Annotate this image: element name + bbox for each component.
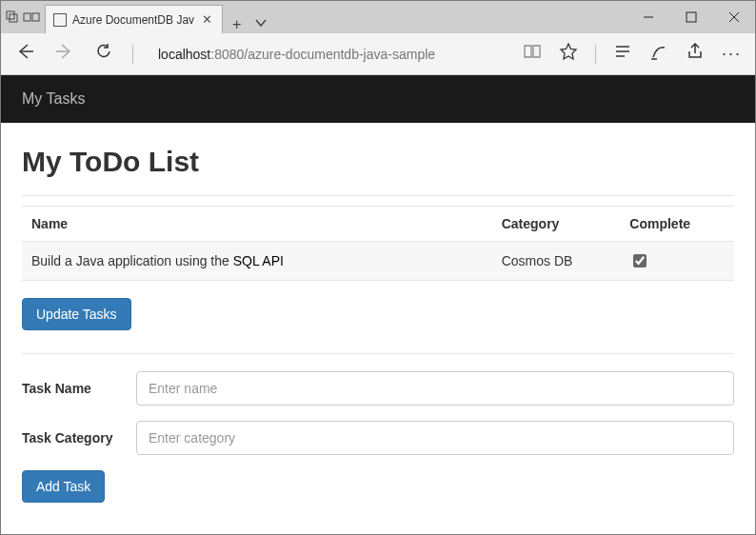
task-category-label: Task Category — [22, 429, 136, 446]
divider — [595, 45, 596, 64]
flip-windows-icon[interactable] — [22, 10, 41, 25]
task-name-input[interactable] — [136, 371, 734, 406]
cascade-windows-icon[interactable] — [5, 10, 20, 25]
favicon-icon — [53, 13, 67, 27]
svg-rect-3 — [32, 13, 39, 21]
complete-checkbox[interactable] — [633, 254, 647, 268]
url-host: localhost — [158, 47, 210, 62]
add-task-button[interactable]: Add Task — [22, 470, 105, 503]
divider — [22, 195, 734, 196]
forward-button[interactable] — [54, 41, 75, 67]
share-icon[interactable] — [686, 42, 705, 66]
maximize-button[interactable] — [669, 1, 712, 33]
minimize-button[interactable] — [627, 1, 669, 33]
app-header-title: My Tasks — [22, 90, 85, 107]
address-bar[interactable]: localhost:8080/azure-documentdb-java-sam… — [152, 43, 504, 66]
back-button[interactable] — [14, 41, 35, 67]
table-row: Build a Java application using the SQL A… — [22, 242, 734, 281]
refresh-button[interactable] — [94, 42, 113, 66]
page-title: My ToDo List — [22, 146, 734, 178]
new-tab-button[interactable]: + — [232, 16, 241, 33]
divider — [132, 45, 133, 64]
browser-tab[interactable]: Azure DocumentDB Jav ✕ — [45, 5, 223, 33]
svg-rect-1 — [10, 14, 17, 22]
svg-rect-0 — [7, 11, 14, 19]
cell-name: Build a Java application using the SQL A… — [22, 242, 492, 281]
task-name-prefix: Build a Java application using the — [31, 253, 233, 268]
close-window-button[interactable] — [712, 1, 755, 33]
app-header: My Tasks — [1, 75, 755, 123]
divider — [22, 353, 734, 354]
task-name-strong: SQL API — [233, 253, 284, 268]
cell-category: Cosmos DB — [492, 242, 621, 281]
tab-close-button[interactable]: ✕ — [200, 10, 214, 29]
col-header-category: Category — [492, 207, 621, 242]
hub-icon[interactable] — [613, 42, 632, 66]
more-icon[interactable]: ··· — [722, 44, 742, 64]
col-header-complete: Complete — [620, 207, 734, 242]
reading-view-icon[interactable] — [523, 42, 542, 66]
svg-rect-5 — [686, 12, 696, 22]
notes-icon[interactable] — [649, 42, 668, 66]
tasks-table: Name Category Complete Build a Java appl… — [22, 206, 734, 281]
favorite-star-icon[interactable] — [559, 42, 578, 66]
tab-title: Azure DocumentDB Jav — [72, 13, 194, 27]
chevron-down-icon[interactable] — [254, 16, 268, 33]
svg-rect-2 — [24, 13, 30, 21]
task-category-input[interactable] — [136, 421, 734, 455]
cell-complete — [620, 242, 734, 281]
task-name-label: Task Name — [22, 380, 136, 397]
col-header-name: Name — [22, 207, 492, 242]
url-path: :8080/azure-documentdb-java-sample — [210, 47, 435, 62]
update-tasks-button[interactable]: Update Tasks — [22, 298, 131, 330]
